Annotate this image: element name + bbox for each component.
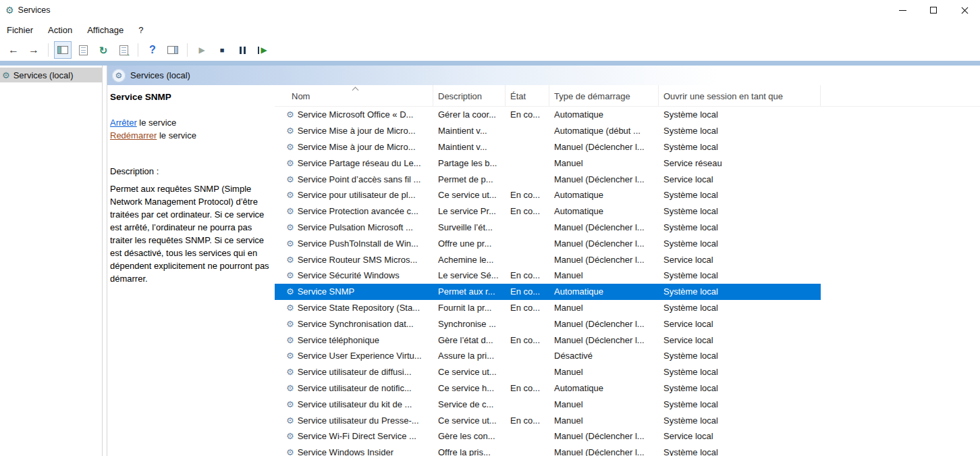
- service-row[interactable]: Service User Experience Virtu... Assure …: [275, 348, 821, 364]
- column-header-nom[interactable]: Nom: [275, 85, 433, 106]
- service-row[interactable]: Service utilisateur du Presse-... Ce ser…: [275, 412, 821, 428]
- service-description-cell: Ce service ut...: [433, 412, 506, 428]
- service-state-cell: [506, 220, 549, 236]
- service-row[interactable]: Service Microsoft Office « D... Gérer la…: [275, 107, 821, 123]
- service-state-cell: [506, 155, 549, 171]
- column-header-ouvrir-session[interactable]: Ouvrir une session en tant que: [659, 85, 821, 106]
- column-header-label: Nom: [292, 91, 310, 101]
- window-controls: [887, 0, 980, 20]
- service-description-cell: Gérer la coor...: [433, 107, 506, 123]
- service-startup-cell: Manuel: [549, 155, 659, 171]
- pane-splitter[interactable]: [103, 66, 107, 456]
- service-row[interactable]: Service Routeur SMS Micros... Achemine l…: [275, 251, 821, 268]
- service-row[interactable]: Service utilisateur de notific... Ce ser…: [275, 380, 821, 397]
- service-name-cell: Service Protection avancée c...: [275, 203, 433, 220]
- services-app-icon: [5, 5, 14, 15]
- column-header-label: Type de démarrage: [554, 91, 630, 101]
- service-row[interactable]: Service téléphonique Gère l’état d... En…: [275, 332, 821, 348]
- service-logon-cell: Service local: [659, 171, 821, 187]
- service-name-cell: Service Sécurité Windows: [275, 268, 433, 284]
- column-header-type-demarrage[interactable]: Type de démarrage: [549, 85, 659, 106]
- service-row[interactable]: Service Protection avancée c... Le servi…: [275, 203, 821, 220]
- service-row[interactable]: Service pour utilisateur de pl... Ce ser…: [275, 187, 821, 203]
- service-state-cell: [506, 396, 549, 412]
- menu-affichage[interactable]: Affichage: [80, 25, 131, 35]
- service-description-cell: Ce service ut...: [433, 187, 506, 203]
- service-gear-icon: [286, 432, 294, 440]
- service-row[interactable]: Service SNMP Permet aux r... En co... Au…: [275, 284, 821, 300]
- refresh-button[interactable]: ↻: [94, 41, 112, 59]
- service-gear-icon: [286, 368, 294, 376]
- stop-service-line: Arrêter le service: [110, 116, 269, 129]
- minimize-icon: [899, 10, 906, 11]
- show-action-pane-button[interactable]: [164, 41, 182, 59]
- service-logon-cell: Système local: [659, 348, 821, 364]
- minimize-button[interactable]: [887, 0, 918, 20]
- service-gear-icon: [286, 159, 294, 168]
- service-state-cell: En co...: [506, 284, 549, 300]
- service-startup-cell: Désactivé: [549, 348, 659, 364]
- service-row[interactable]: Service Wi-Fi Direct Service ... Gère le…: [275, 428, 821, 445]
- service-logon-cell: Système local: [659, 284, 821, 300]
- start-service-button[interactable]: ▶: [193, 41, 211, 59]
- service-name-cell: Service Mise à jour de Micro...: [275, 123, 433, 139]
- menu-fichier[interactable]: Fichier: [0, 25, 40, 35]
- service-row[interactable]: Service PushToInstall de Win... Offre un…: [275, 235, 821, 251]
- description-text: Permet aux requêtes SNMP (Simple Network…: [110, 182, 272, 285]
- forward-button[interactable]: →: [25, 41, 43, 59]
- pause-service-icon: [240, 47, 246, 54]
- stop-service-link[interactable]: Arrêter: [110, 118, 137, 128]
- pause-service-button[interactable]: [234, 41, 251, 59]
- service-logon-cell: Système local: [659, 203, 821, 220]
- service-logon-cell: Système local: [659, 123, 821, 139]
- service-gear-icon: [286, 320, 294, 328]
- tree-item-services-local[interactable]: Services (local): [0, 68, 102, 82]
- service-row[interactable]: Service Synchronisation dat... Synchroni…: [275, 315, 821, 332]
- maximize-button[interactable]: [918, 0, 949, 20]
- menu-help[interactable]: ?: [131, 25, 151, 35]
- export-list-icon: →: [119, 45, 128, 55]
- service-name-cell: Service Windows Insider: [275, 445, 433, 456]
- service-description-cell: Maintient v...: [433, 123, 506, 139]
- service-row[interactable]: Service Pulsation Microsoft ... Surveill…: [275, 220, 821, 236]
- menu-action[interactable]: Action: [40, 25, 80, 35]
- properties-button[interactable]: [74, 41, 92, 59]
- toggle-console-tree-button[interactable]: [54, 41, 72, 59]
- export-list-button[interactable]: →: [115, 41, 132, 59]
- column-header-description[interactable]: Description: [433, 85, 506, 106]
- toolbar-separator: [48, 43, 49, 57]
- service-startup-cell: Manuel (Déclencher l...: [549, 220, 659, 236]
- result-pane: Services (local) Service SNMP Arrêter le…: [107, 66, 980, 456]
- service-row[interactable]: Service State Repository (Sta... Fournit…: [275, 300, 821, 316]
- column-header-etat[interactable]: État: [506, 85, 549, 106]
- service-logon-cell: Système local: [659, 445, 821, 456]
- service-row[interactable]: Service utilisateur de diffusi... Ce ser…: [275, 364, 821, 380]
- restart-service-button[interactable]: ▶: [254, 41, 271, 59]
- service-state-cell: [506, 428, 549, 445]
- service-description-cell: Surveille l’ét...: [433, 220, 506, 236]
- service-startup-cell: Manuel (Déclencher l...: [549, 139, 659, 155]
- service-row[interactable]: Service Windows Insider Offre la pris...…: [275, 445, 821, 456]
- service-row[interactable]: Service Sécurité Windows Le service Sé..…: [275, 268, 821, 284]
- service-row[interactable]: Service Point d’accès sans fil ... Perme…: [275, 171, 821, 187]
- service-row[interactable]: Service Mise à jour de Micro... Maintien…: [275, 123, 821, 139]
- service-state-cell: En co...: [506, 187, 549, 203]
- service-description-cell: Permet de p...: [433, 171, 506, 187]
- service-startup-cell: Manuel: [549, 268, 659, 284]
- close-button[interactable]: [949, 0, 980, 20]
- service-row[interactable]: Service Partage réseau du Le... Partage …: [275, 155, 821, 171]
- service-startup-cell: Automatique: [549, 284, 659, 300]
- service-row[interactable]: Service Mise à jour de Micro... Maintien…: [275, 139, 821, 155]
- toolbar-separator: [138, 43, 138, 57]
- service-logon-cell: Système local: [659, 107, 821, 123]
- service-gear-icon: [286, 303, 294, 312]
- service-name-cell: Service utilisateur de diffusi...: [275, 364, 433, 380]
- service-state-cell: En co...: [506, 268, 549, 284]
- service-row[interactable]: Service utilisateur du kit de ... Servic…: [275, 396, 821, 412]
- back-button[interactable]: ←: [5, 41, 22, 59]
- stop-service-button[interactable]: ■: [213, 41, 231, 59]
- restart-service-link[interactable]: Redémarrer: [110, 130, 157, 141]
- service-startup-cell: Manuel (Déclencher l...: [549, 171, 659, 187]
- service-state-cell: [506, 315, 549, 332]
- help-button[interactable]: ?: [144, 41, 161, 59]
